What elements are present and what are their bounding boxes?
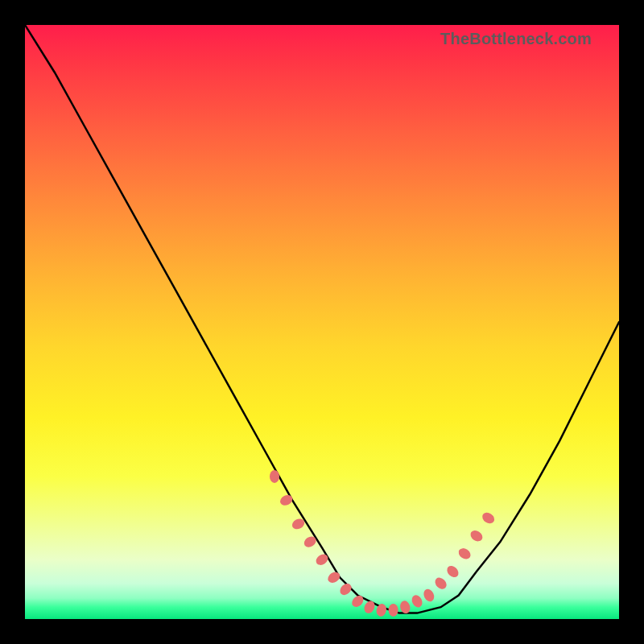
svg-rect-10 [389,604,398,617]
highlight-marker [422,588,436,604]
svg-rect-15 [445,564,461,580]
highlight-marker [314,552,330,568]
curve-svg [25,25,619,619]
highlight-marker [481,510,497,526]
chart-plot-area: TheBottleneck.com [25,25,619,619]
highlight-marker [445,564,461,580]
highlight-marker [410,593,424,609]
highlight-marker [456,546,473,561]
svg-rect-12 [410,593,424,609]
svg-rect-16 [456,546,473,561]
svg-rect-1 [279,493,295,507]
svg-rect-17 [469,528,485,543]
highlight-marker [469,528,485,543]
bottleneck-curve [25,25,619,613]
svg-rect-13 [422,588,436,604]
svg-rect-4 [314,552,330,568]
highlight-marker [279,493,295,507]
highlight-marker [326,570,342,585]
highlight-marker [433,576,449,592]
svg-rect-0 [270,470,279,483]
svg-rect-8 [362,599,377,615]
highlight-marker [362,599,377,615]
svg-rect-5 [326,570,342,585]
svg-rect-14 [433,576,449,592]
svg-rect-18 [481,510,497,526]
highlight-marker [389,604,398,617]
highlight-marker [270,470,279,483]
